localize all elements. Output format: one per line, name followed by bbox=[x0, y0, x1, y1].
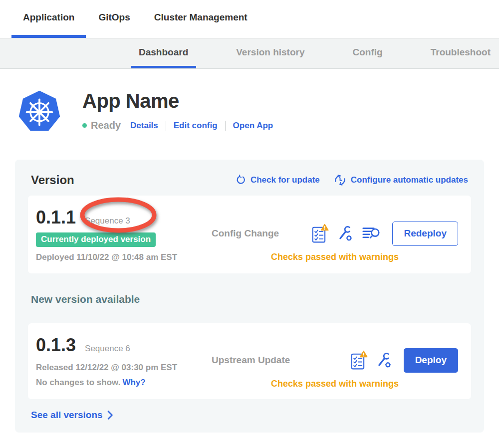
deployed-checks-status: Checks passed with warnings bbox=[212, 252, 458, 262]
released-timestamp: Released 12/12/22 @ 03:30 pm EST bbox=[36, 363, 212, 373]
app-meta: App Name Ready Details Edit config Open … bbox=[82, 89, 273, 131]
preflight-checks-warning-icon[interactable] bbox=[312, 224, 329, 243]
app-name-title: App Name bbox=[82, 90, 273, 112]
available-version-details: Upstream Update bbox=[212, 348, 458, 389]
view-diff-logs-icon[interactable] bbox=[362, 226, 381, 240]
no-changes-text: No changes to show.Why? bbox=[36, 378, 212, 388]
app-header: App Name Ready Details Edit config Open … bbox=[0, 69, 499, 135]
version-section-header: Version Check for update bbox=[28, 173, 471, 187]
details-link[interactable]: Details bbox=[130, 121, 158, 131]
dashboard-content: App Name Ready Details Edit config Open … bbox=[0, 69, 499, 433]
refresh-icon bbox=[235, 175, 247, 186]
version-section: Version Check for update bbox=[15, 160, 484, 433]
tab-dashboard[interactable]: Dashboard bbox=[131, 38, 196, 68]
deployed-timestamp: Deployed 11/10/22 @ 10:48 am EST bbox=[36, 252, 212, 262]
chevron-right-icon bbox=[107, 410, 113, 420]
no-changes-label: No changes to show. bbox=[36, 378, 120, 387]
link-divider bbox=[225, 121, 226, 131]
tab-config[interactable]: Config bbox=[345, 38, 391, 68]
topnav-tab-application[interactable]: Application bbox=[11, 0, 86, 38]
app-tab-bar: Dashboard Version history Config Trouble… bbox=[0, 38, 499, 69]
app-status-row: Ready Details Edit config Open App bbox=[82, 120, 273, 131]
deployed-sequence-label: Sequence 3 bbox=[85, 216, 130, 226]
why-link[interactable]: Why? bbox=[122, 378, 145, 387]
deployed-version-info: 0.1.1 Sequence 3 Currently deployed vers… bbox=[36, 207, 212, 262]
configure-automatic-updates-label: Configure automatic updates bbox=[351, 175, 468, 185]
deployed-version-number: 0.1.1 bbox=[36, 207, 76, 228]
available-version-number: 0.1.3 bbox=[36, 335, 76, 356]
available-sequence-label: Sequence 6 bbox=[85, 344, 130, 354]
version-actions: Check for update Configure automatic upd… bbox=[235, 174, 468, 187]
topnav-tab-cluster-management[interactable]: Cluster Management bbox=[143, 0, 259, 38]
link-divider bbox=[166, 121, 166, 131]
available-version-icons bbox=[351, 350, 393, 370]
redeploy-button[interactable]: Redeploy bbox=[392, 222, 458, 246]
see-all-versions-link[interactable]: See all versions bbox=[31, 410, 113, 421]
kubernetes-logo bbox=[17, 89, 61, 135]
available-version-info: 0.1.3 Sequence 6 Released 12/12/22 @ 03:… bbox=[36, 335, 212, 388]
new-version-available-heading: New version available bbox=[31, 293, 471, 305]
tab-troubleshoot[interactable]: Troubleshoot bbox=[423, 38, 499, 68]
available-version-card: 0.1.3 Sequence 6 Released 12/12/22 @ 03:… bbox=[28, 323, 471, 399]
top-navigation: Application GitOps Cluster Management bbox=[0, 0, 499, 38]
config-wrench-icon[interactable] bbox=[376, 352, 393, 369]
deployed-source-label: Config Change bbox=[212, 228, 279, 239]
available-source-label: Upstream Update bbox=[212, 355, 290, 366]
check-for-update-label: Check for update bbox=[250, 175, 320, 185]
available-checks-status: Checks passed with warnings bbox=[212, 379, 458, 389]
configure-automatic-updates-button[interactable]: Configure automatic updates bbox=[333, 174, 468, 187]
open-app-link[interactable]: Open App bbox=[233, 121, 273, 131]
status-ready-dot bbox=[82, 123, 87, 128]
tab-version-history[interactable]: Version history bbox=[228, 38, 312, 68]
currently-deployed-badge: Currently deployed version bbox=[36, 232, 156, 247]
deploy-button[interactable]: Deploy bbox=[404, 348, 458, 373]
deployed-version-card: 0.1.1 Sequence 3 Currently deployed vers… bbox=[28, 196, 471, 273]
deployed-version-details: Config Change bbox=[212, 222, 458, 262]
auto-update-clock-icon bbox=[333, 174, 347, 187]
preflight-checks-warning-icon[interactable] bbox=[351, 350, 368, 370]
deployed-version-icons bbox=[312, 224, 381, 243]
topnav-tab-gitops[interactable]: GitOps bbox=[87, 0, 141, 38]
edit-config-link[interactable]: Edit config bbox=[174, 121, 218, 131]
check-for-update-button[interactable]: Check for update bbox=[235, 175, 320, 186]
version-title: Version bbox=[31, 173, 74, 187]
config-wrench-icon[interactable] bbox=[337, 225, 354, 242]
status-text: Ready bbox=[91, 120, 121, 131]
see-all-versions-label: See all versions bbox=[31, 410, 103, 421]
